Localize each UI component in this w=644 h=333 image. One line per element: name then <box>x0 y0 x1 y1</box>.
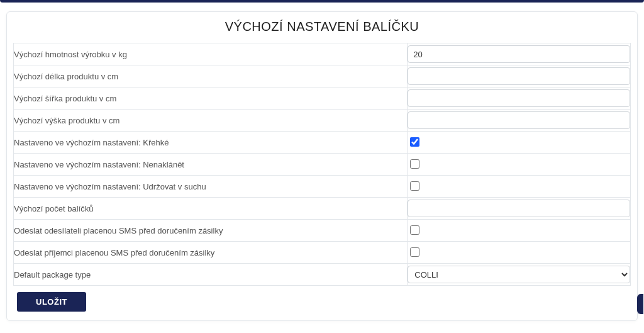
settings-table: Výchozí hmotnost výrobku v kg Výchozí dé… <box>13 43 631 286</box>
page-title: VÝCHOZÍ NASTAVENÍ BALÍČKU <box>13 20 631 34</box>
top-accent-bar <box>0 0 644 3</box>
input-count[interactable] <box>408 200 630 217</box>
row-weight: Výchozí hmotnost výrobku v kg <box>14 43 631 65</box>
settings-card: VÝCHOZÍ NASTAVENÍ BALÍČKU Výchozí hmotno… <box>6 11 638 321</box>
row-keepdry: Nastaveno ve výchozím nastavení: Udržova… <box>14 176 631 198</box>
row-pkgtype: Default package type COLLI <box>14 264 631 286</box>
label-keepdry: Nastaveno ve výchozím nastavení: Udržova… <box>14 176 408 198</box>
checkbox-smssender[interactable] <box>410 225 419 235</box>
row-smsrecip: Odeslat příjemci placenou SMS před doruč… <box>14 242 631 264</box>
label-height: Výchozí výška produktu v cm <box>14 110 408 132</box>
checkbox-keepdry[interactable] <box>410 181 419 191</box>
input-height[interactable] <box>408 111 630 129</box>
input-weight[interactable] <box>408 45 630 63</box>
save-button[interactable]: ULOŽIT <box>17 292 86 312</box>
label-smsrecip: Odeslat příjemci placenou SMS před doruč… <box>14 242 408 264</box>
row-width: Výchozí šířka produktu v cm <box>14 87 631 110</box>
checkbox-fragile[interactable] <box>410 137 419 147</box>
row-notilt: Nastaveno ve výchozím nastavení: Nenaklá… <box>14 154 631 176</box>
label-width: Výchozí šířka produktu v cm <box>14 87 408 110</box>
row-height: Výchozí výška produktu v cm <box>14 110 631 132</box>
input-width[interactable] <box>408 89 630 107</box>
label-count: Výchozí počet balíčků <box>14 198 408 220</box>
checkbox-smsrecip[interactable] <box>410 247 419 257</box>
label-smssender: Odeslat odesílateli placenou SMS před do… <box>14 220 408 242</box>
label-length: Výchozí délka produktu v cm <box>14 65 408 87</box>
row-length: Výchozí délka produktu v cm <box>14 65 631 87</box>
select-pkgtype[interactable]: COLLI <box>408 266 630 283</box>
label-weight: Výchozí hmotnost výrobku v kg <box>14 43 408 65</box>
checkbox-notilt[interactable] <box>410 159 419 169</box>
label-fragile: Nastaveno ve výchozím nastavení: Křehké <box>14 132 408 154</box>
row-count: Výchozí počet balíčků <box>14 198 631 220</box>
row-smssender: Odeslat odesílateli placenou SMS před do… <box>14 220 631 242</box>
row-fragile: Nastaveno ve výchozím nastavení: Křehké <box>14 132 631 154</box>
label-notilt: Nastaveno ve výchozím nastavení: Nenaklá… <box>14 154 408 176</box>
label-pkgtype: Default package type <box>14 264 408 286</box>
right-accent-tab <box>637 294 643 314</box>
input-length[interactable] <box>408 67 630 85</box>
